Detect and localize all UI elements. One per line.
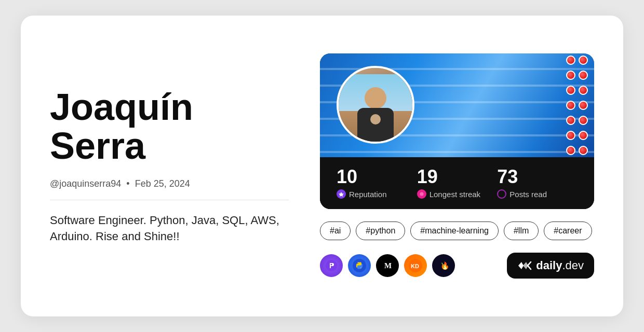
tag-ai[interactable]: #ai (320, 222, 351, 240)
svg-point-6 (360, 267, 361, 268)
avatar (337, 66, 414, 144)
svg-point-5 (357, 263, 358, 264)
buoy (579, 86, 588, 95)
user-name: Joaquín Serra (50, 88, 289, 166)
posts-icon (497, 189, 506, 199)
right-panel: 10 Reputation 19 (320, 53, 594, 279)
stats-bar: 10 Reputation 19 (320, 157, 594, 209)
buoy (566, 86, 575, 95)
buoy (579, 101, 588, 110)
buoy (579, 71, 588, 80)
profile-card-container: Joaquín Serra @joaquinserra94 • Feb 25, … (21, 16, 623, 316)
profile-stats-card: 10 Reputation 19 (320, 53, 594, 209)
svg-point-1 (420, 192, 423, 196)
social-icons: M KD 🔥 (320, 254, 455, 277)
kd-icon[interactable]: KD (404, 254, 427, 277)
stat-streak: 19 Longest streak (417, 168, 498, 199)
buoy (566, 71, 575, 80)
user-handle: @joaquinserra94 (50, 178, 121, 189)
tag-machine-learning[interactable]: #machine-learning (410, 222, 499, 240)
freecodecamp-icon[interactable]: 🔥 (432, 254, 455, 277)
buoy (566, 146, 575, 155)
stat-posts: 73 Posts read (497, 168, 578, 199)
medium-icon[interactable]: M (376, 254, 399, 277)
svg-point-3 (331, 264, 332, 266)
reputation-value: 10 (337, 168, 417, 186)
person-head (365, 87, 386, 109)
buoy (566, 116, 575, 125)
streak-value: 19 (417, 168, 498, 186)
pool-buoys (532, 53, 594, 157)
streak-label: Longest streak (417, 189, 498, 199)
posts-value: 73 (497, 168, 578, 186)
streak-icon (417, 189, 426, 199)
buoy (566, 131, 575, 140)
user-bio: Software Engineer. Python, Java, SQL, AW… (50, 213, 289, 245)
user-meta: @joaquinserra94 • Feb 25, 2024 (50, 178, 289, 189)
buoy (579, 146, 588, 155)
join-date: Feb 25, 2024 (135, 178, 190, 189)
daily-dev-label: daily.dev (536, 259, 584, 272)
divider (50, 200, 289, 200)
left-panel: Joaquín Serra @joaquinserra94 • Feb 25, … (50, 88, 289, 245)
banner (320, 53, 594, 157)
svg-text:M: M (384, 261, 392, 270)
posts-label: Posts read (497, 189, 578, 199)
socials-row: M KD 🔥 (320, 253, 594, 279)
reputation-label: Reputation (337, 189, 417, 199)
daily-dev-logo[interactable]: daily.dev (507, 253, 594, 279)
buoy (579, 131, 588, 140)
avatar-placeholder (339, 68, 412, 142)
tag-llm[interactable]: #llm (504, 222, 539, 240)
stat-reputation: 10 Reputation (337, 168, 417, 199)
tag-career[interactable]: #career (544, 222, 592, 240)
person-figure (357, 87, 394, 142)
python-icon[interactable] (348, 254, 371, 277)
daily-dev-icon (517, 260, 532, 271)
buoy (566, 101, 575, 110)
buoy (566, 56, 575, 65)
buoy (579, 116, 588, 125)
producthunt-icon[interactable] (320, 254, 343, 277)
person-body (357, 108, 394, 142)
svg-marker-0 (339, 192, 344, 197)
tag-python[interactable]: #python (356, 222, 405, 240)
svg-text:KD: KD (411, 263, 419, 269)
buoy (579, 56, 588, 65)
reputation-icon (337, 189, 346, 199)
tags-section: #ai #python #machine-learning #llm #care… (320, 222, 594, 240)
